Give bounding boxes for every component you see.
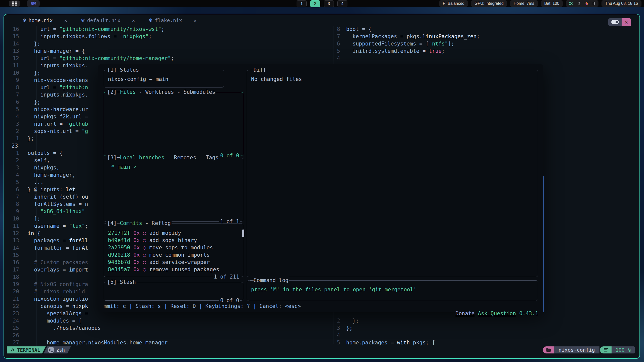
tab-label: home.nix	[28, 17, 53, 23]
code-token: =	[59, 238, 69, 244]
clock[interactable]: Thu Aug 08, 18:16	[601, 0, 641, 7]
tab-close-icon[interactable]: ✕	[132, 18, 135, 23]
commit-row[interactable]: 2a23950 0x ○ move sops to modules	[108, 244, 239, 251]
scroll-segment[interactable]	[600, 346, 612, 353]
code-token: # NixOS configura	[28, 281, 88, 287]
mode-indicator[interactable]: TERMINAL	[7, 346, 46, 353]
commit-message: move sops to modules	[146, 245, 213, 251]
code-token: url	[28, 55, 50, 61]
nix-snowflake-icon: ❄	[149, 17, 152, 23]
editor-tabbar: ❄home.nix✕❄default.nix✕❄flake.nix✕	[23, 17, 196, 23]
code-line: 25 ./hosts/canopus	[10, 325, 327, 332]
tab-home-nix[interactable]: ❄home.nix✕	[23, 17, 67, 23]
commit-hash: 2a23950	[108, 245, 130, 251]
code-token: ];	[28, 216, 41, 222]
code-token: pkgs.	[407, 33, 422, 39]
app-grid-icon[interactable]	[9, 1, 20, 7]
flame-icon[interactable]	[584, 1, 589, 6]
line-number: 14	[10, 244, 28, 252]
mode-icon	[10, 348, 15, 352]
commit-mark: 0x	[130, 237, 143, 243]
toggle-icon	[611, 20, 619, 24]
tab-close-icon[interactable]: ✕	[194, 18, 196, 23]
code-token: ...	[28, 179, 44, 185]
commit-mark: 0x	[130, 245, 143, 251]
tab-flake-nix[interactable]: ❄flake.nix✕	[149, 17, 196, 23]
line-number: 11	[10, 222, 28, 230]
close-button[interactable]: ✕	[622, 18, 631, 26]
bluetooth-icon[interactable]	[577, 1, 581, 6]
status-pill-3[interactable]: Bat: 100	[541, 0, 563, 7]
code-token: = {	[50, 150, 63, 156]
donate-link[interactable]: Donate	[456, 310, 475, 316]
code-line: 15 inputs.nixpkgs.follows = "nixpkgs";	[10, 33, 327, 40]
lazygit-status-panel[interactable]: [1]─Status nixos-config → main	[104, 70, 224, 87]
line-number: 23	[10, 142, 29, 150]
code-token: "tux"	[69, 223, 85, 229]
commit-row[interactable]: 8e345a7 0x ○ remove unused packages	[108, 266, 239, 273]
ask-question-link[interactable]: Ask Question	[478, 310, 516, 316]
code-token: ;	[441, 48, 445, 54]
commit-graph-dot: ○	[143, 266, 146, 273]
line-number: 2	[10, 128, 28, 135]
code-token: url	[28, 26, 50, 32]
editor-pane-default-nix-top[interactable]: 8boot = {7 kernelPackages = pkgs.linuxPa…	[332, 26, 636, 62]
lazygit-files-panel[interactable]: [2]─Files - Worktrees - Submodules 0 of …	[104, 92, 243, 156]
code-line: 6 supportedFilesystems = ["ntfs"];	[332, 40, 636, 48]
repo-folder-segment[interactable]	[543, 346, 554, 353]
code-token: =	[63, 303, 72, 309]
code-token: nixos-hardware.ur	[28, 106, 88, 112]
lazygit-diff-panel[interactable]: ─Diff No changed files	[247, 70, 538, 277]
workspace-button-4[interactable]: 4	[337, 0, 347, 7]
code-token: (self)	[56, 194, 82, 200]
code-token: packages	[28, 238, 59, 244]
commit-row[interactable]: d920218 0x ○ move common imports	[108, 251, 239, 259]
status-pill-2[interactable]: Home: 7ms	[510, 0, 538, 7]
code-token: "github:nix-community/home-manager"	[59, 55, 171, 61]
tab-default-nix[interactable]: ❄default.nix✕	[81, 17, 135, 23]
workspace-button-1[interactable]: 1	[297, 0, 307, 7]
lazygit-branches-panel[interactable]: [3]─Local branches - Remotes - Tags * ma…	[104, 158, 243, 222]
commits-scrollbar[interactable]	[242, 230, 244, 237]
workspace-button-2[interactable]: 2	[310, 0, 320, 7]
code-token: ;	[476, 33, 480, 39]
code-token: import	[69, 267, 88, 273]
code-token: inputs	[41, 187, 60, 193]
tray-icons[interactable]	[566, 0, 598, 7]
pin-toggle-button[interactable]	[608, 18, 622, 26]
line-number: 4	[332, 55, 346, 62]
commit-row[interactable]: b49ef1d 0x ○ add sops binary	[108, 237, 239, 244]
line-number: 21	[10, 295, 28, 303]
lazygit-stash-panel[interactable]: [5]─Stash 0 of 0	[104, 282, 243, 301]
line-number: 16	[10, 26, 28, 33]
workspace-button-3[interactable]: 3	[324, 0, 334, 7]
status-pill-0[interactable]: P: Balanced	[439, 0, 468, 7]
code-line: 4	[332, 332, 636, 339]
workspace-switcher: 1234	[297, 0, 347, 7]
code-token: inputs.nixpkgs.	[28, 92, 88, 98]
scissors-icon[interactable]	[569, 1, 574, 6]
code-token: linuxPackages_zen	[422, 33, 476, 39]
code-token: =	[387, 340, 397, 346]
repo-name[interactable]: nixos-config	[554, 346, 599, 353]
code-token: =	[59, 267, 69, 273]
status-pill-1[interactable]: GPU: Integrated	[471, 0, 507, 7]
phone-icon[interactable]	[592, 1, 595, 6]
code-token: inherit	[28, 194, 56, 200]
line-number: 14	[10, 40, 28, 48]
code-token: };	[346, 318, 359, 324]
code-line: 3};	[332, 325, 636, 332]
line-number: 5	[332, 48, 346, 55]
commit-row[interactable]: 9486b7d 0x ○ add service-wrapper	[108, 259, 239, 266]
code-token: modules	[28, 318, 69, 324]
workspace-logo[interactable]: $W	[27, 0, 40, 7]
commit-row[interactable]: 2717f2f 0x ○ add mopidy	[108, 230, 239, 237]
lazygit-commits-panel[interactable]: [4]─Commits - Reflog 2717f2f 0x ○ add mo…	[104, 223, 243, 277]
shell-tab[interactable]: >_ zsh	[44, 346, 71, 353]
code-token: home-manager	[28, 48, 72, 54]
code-token: "github	[66, 121, 88, 127]
tab-close-icon[interactable]: ✕	[64, 18, 67, 23]
line-number: 13	[10, 48, 28, 55]
code-token: ./hosts/canopus	[28, 325, 101, 331]
lazygit-command-log-panel[interactable]: ─Command log press 'M' in the files pane…	[247, 280, 538, 301]
